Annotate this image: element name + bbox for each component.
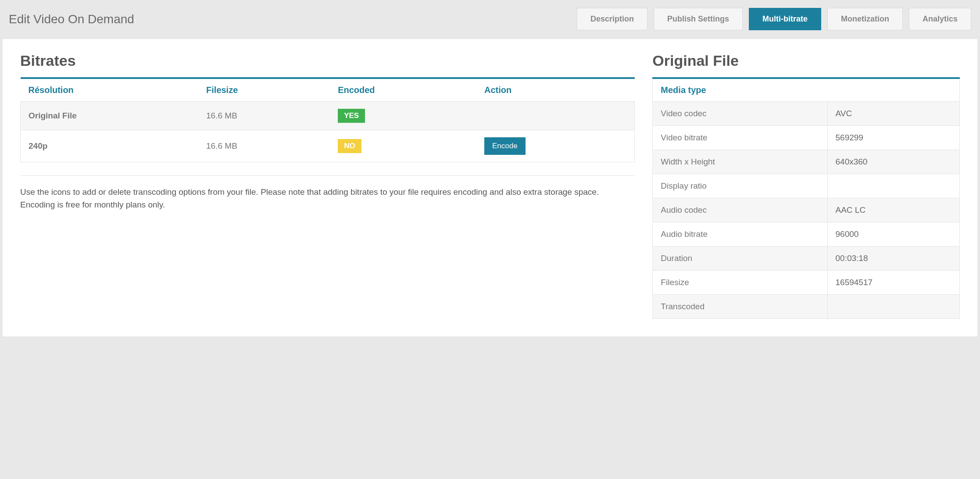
tab-bar: Description Publish Settings Multi-bitra… xyxy=(577,8,971,30)
cell-action: Encode xyxy=(476,130,635,162)
info-value: 569299 xyxy=(827,126,959,150)
cell-encoded: NO xyxy=(330,130,476,162)
info-label: Duration xyxy=(653,247,827,271)
tab-publish-settings[interactable]: Publish Settings xyxy=(654,8,743,30)
table-row: Duration00:03:18 xyxy=(653,247,960,271)
bitrates-section: Bitrates Résolution Filesize Encoded Act… xyxy=(20,52,635,319)
table-row: Filesize16594517 xyxy=(653,271,960,295)
encoded-badge-no: NO xyxy=(338,139,361,153)
help-text: Use the icons to add or delete transcodi… xyxy=(20,186,635,211)
tab-analytics[interactable]: Analytics xyxy=(909,8,971,30)
cell-resolution: 240p xyxy=(21,130,199,162)
table-row: Audio bitrate96000 xyxy=(653,222,960,247)
table-row: Original File 16.6 MB YES xyxy=(21,102,635,130)
divider xyxy=(20,175,635,176)
info-value: 00:03:18 xyxy=(827,247,959,271)
original-title: Original File xyxy=(652,52,960,69)
col-action: Action xyxy=(476,78,635,102)
col-encoded: Encoded xyxy=(330,78,476,102)
info-label: Audio bitrate xyxy=(653,222,827,247)
info-value: AAC LC xyxy=(827,198,959,222)
original-file-table: Media type Video codecAVC Video bitrate5… xyxy=(652,77,960,319)
info-value xyxy=(827,174,959,198)
table-row: Display ratio xyxy=(653,174,960,198)
info-label: Video codec xyxy=(653,102,827,126)
cell-encoded: YES xyxy=(330,102,476,130)
info-value: 16594517 xyxy=(827,271,959,295)
cell-action xyxy=(476,102,635,130)
bitrates-table: Résolution Filesize Encoded Action Origi… xyxy=(20,77,635,162)
table-row: Video bitrate569299 xyxy=(653,126,960,150)
info-header: Media type xyxy=(653,78,960,102)
encode-button[interactable]: Encode xyxy=(484,137,526,155)
info-value: AVC xyxy=(827,102,959,126)
info-label: Filesize xyxy=(653,271,827,295)
header: Edit Video On Demand Description Publish… xyxy=(0,0,980,39)
info-value xyxy=(827,295,959,319)
cell-resolution: Original File xyxy=(21,102,199,130)
info-value: 640x360 xyxy=(827,150,959,174)
info-label: Transcoded xyxy=(653,295,827,319)
col-resolution: Résolution xyxy=(21,78,199,102)
table-row: Audio codecAAC LC xyxy=(653,198,960,222)
info-label: Width x Height xyxy=(653,150,827,174)
tab-multi-bitrate[interactable]: Multi-bitrate xyxy=(749,8,821,30)
table-row: 240p 16.6 MB NO Encode xyxy=(21,130,635,162)
info-label: Video bitrate xyxy=(653,126,827,150)
encoded-badge-yes: YES xyxy=(338,109,365,123)
cell-filesize: 16.6 MB xyxy=(198,102,330,130)
info-label: Display ratio xyxy=(653,174,827,198)
page-title: Edit Video On Demand xyxy=(9,12,134,26)
original-file-section: Original File Media type Video codecAVC … xyxy=(652,52,960,319)
content-panel: Bitrates Résolution Filesize Encoded Act… xyxy=(3,39,977,336)
bitrates-title: Bitrates xyxy=(20,52,635,69)
table-row: Width x Height640x360 xyxy=(653,150,960,174)
info-value: 96000 xyxy=(827,222,959,247)
table-row: Transcoded xyxy=(653,295,960,319)
col-filesize: Filesize xyxy=(198,78,330,102)
table-row: Video codecAVC xyxy=(653,102,960,126)
cell-filesize: 16.6 MB xyxy=(198,130,330,162)
tab-description[interactable]: Description xyxy=(577,8,647,30)
tab-monetization[interactable]: Monetization xyxy=(827,8,903,30)
info-label: Audio codec xyxy=(653,198,827,222)
